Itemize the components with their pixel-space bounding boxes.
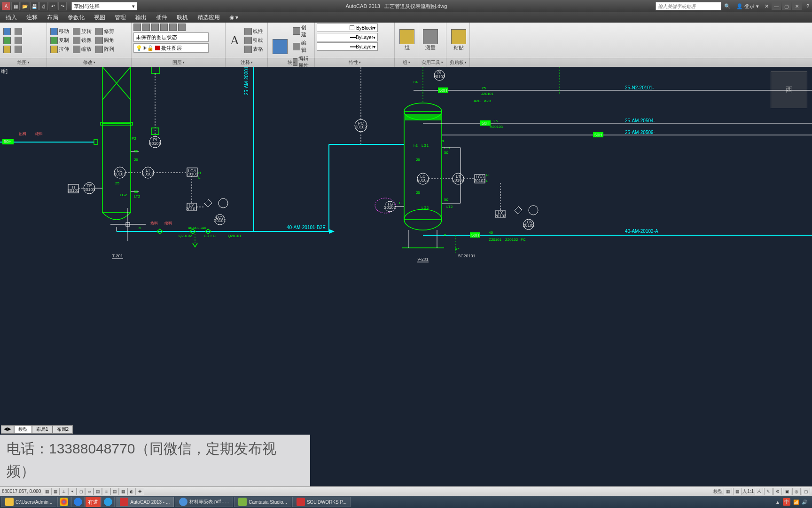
- dim-linear-button[interactable]: 线性: [243, 27, 265, 36]
- create-block-button[interactable]: 创建: [291, 24, 312, 39]
- layer-off-button[interactable]: [160, 24, 168, 31]
- trim-button[interactable]: 修剪: [94, 27, 116, 36]
- tray-icon[interactable]: ▲: [775, 500, 780, 505]
- network-icon[interactable]: 📶: [793, 500, 799, 505]
- rect-button[interactable]: [13, 36, 23, 45]
- osnap-toggle[interactable]: ◻: [77, 488, 85, 495]
- menu-featured[interactable]: 精选应用: [193, 13, 225, 23]
- qat-print[interactable]: ⎙: [39, 2, 48, 10]
- qat-open[interactable]: 📂: [21, 2, 29, 10]
- clean-screen[interactable]: ▢: [802, 488, 810, 495]
- taskbar-baidu[interactable]: [71, 497, 85, 507]
- otrack-toggle[interactable]: ▱: [85, 488, 94, 495]
- ime-icon[interactable]: 中: [783, 498, 790, 506]
- isolate-objects[interactable]: ◎: [792, 488, 801, 495]
- measure-button[interactable]: 测量: [420, 28, 441, 52]
- volume-icon[interactable]: 🔊: [802, 500, 807, 505]
- copy-button[interactable]: 复制: [49, 36, 70, 45]
- panel-label-annotate[interactable]: 注释: [226, 58, 268, 67]
- model-space-label[interactable]: 模型: [713, 488, 723, 495]
- rotate-button[interactable]: 旋转: [71, 27, 93, 36]
- line-button[interactable]: [2, 27, 12, 36]
- fillet-button[interactable]: 圆角: [94, 36, 116, 45]
- qat-save[interactable]: 💾: [30, 2, 39, 10]
- menu-layout[interactable]: 布局: [42, 13, 63, 23]
- panel-label-draw[interactable]: 绘图: [0, 58, 47, 67]
- group-button[interactable]: 组: [397, 28, 417, 52]
- layout1-tab[interactable]: 布局1: [32, 425, 53, 434]
- tpy-toggle[interactable]: ▤: [110, 488, 119, 495]
- taskbar-camtasia[interactable]: Camtasia Studio...: [234, 497, 291, 507]
- taskbar-youdao[interactable]: 有道: [86, 497, 101, 507]
- layout2-tab[interactable]: 布局2: [53, 425, 73, 434]
- app-menu-button[interactable]: A: [2, 2, 10, 10]
- qat-redo[interactable]: ↷: [58, 2, 67, 10]
- taskbar-chrome[interactable]: [57, 497, 70, 507]
- panel-label-util[interactable]: 实用工具: [418, 58, 446, 67]
- layer-iso-button[interactable]: [142, 24, 150, 31]
- taskbar-autocad[interactable]: AutoCAD 2013 - ...: [116, 497, 174, 507]
- close-button[interactable]: ✕: [792, 2, 802, 10]
- stretch-button[interactable]: 拉伸: [49, 45, 70, 54]
- layer-props-button[interactable]: [133, 24, 141, 31]
- menu-online[interactable]: 联机: [172, 13, 193, 23]
- taskbar-ie[interactable]: [102, 497, 115, 507]
- leader-button[interactable]: 引线: [243, 36, 265, 45]
- polar-toggle[interactable]: ✶: [68, 488, 77, 495]
- paste-button[interactable]: 粘贴: [448, 28, 469, 52]
- help-icon[interactable]: ?: [806, 3, 809, 9]
- workspace-switch[interactable]: ⚙: [773, 488, 782, 495]
- dyn-toggle[interactable]: ▤: [94, 488, 102, 495]
- menu-insert[interactable]: 插入: [1, 13, 22, 23]
- model-tab[interactable]: 模型: [14, 425, 32, 434]
- minimize-button[interactable]: —: [772, 2, 781, 10]
- anno-vis-toggle[interactable]: 人: [755, 488, 763, 495]
- snap-toggle[interactable]: ▦: [43, 488, 51, 495]
- am-toggle[interactable]: ✚: [136, 488, 144, 495]
- linetype-dropdown[interactable]: ━━ ByLayer ▾: [317, 42, 378, 51]
- menu-more[interactable]: ◉ ▾: [225, 13, 243, 22]
- panel-label-clip[interactable]: 剪贴板: [446, 58, 470, 67]
- hatch-button[interactable]: [13, 45, 23, 54]
- polyline-button[interactable]: [13, 27, 23, 36]
- signin-button[interactable]: 👤 登录 ▾: [734, 3, 762, 10]
- hardware-accel[interactable]: ▣: [783, 488, 791, 495]
- menu-plugins[interactable]: 插件: [151, 13, 172, 23]
- circle-button[interactable]: [2, 36, 12, 45]
- maximize-button[interactable]: ▢: [782, 2, 791, 10]
- layer-state-dropdown[interactable]: 未保存的图层状态: [133, 32, 209, 42]
- menu-output[interactable]: 输出: [131, 13, 151, 23]
- qat-new[interactable]: ▦: [11, 2, 20, 10]
- layer-freeze-button[interactable]: [151, 24, 159, 31]
- move-button[interactable]: 移动: [49, 27, 70, 36]
- anno-scale[interactable]: 人1:1: [742, 488, 754, 495]
- layout-nav[interactable]: ◀▶: [1, 425, 14, 434]
- insert-block-button[interactable]: [270, 38, 290, 55]
- taskbar-solidworks[interactable]: SOLIDWORKS P...: [292, 497, 351, 507]
- text-button[interactable]: A: [227, 32, 242, 48]
- panel-label-properties[interactable]: 特性: [315, 58, 395, 67]
- layer-lock-button[interactable]: [169, 24, 177, 31]
- layer-match-button[interactable]: [178, 24, 186, 31]
- menu-view[interactable]: 视图: [89, 13, 110, 23]
- color-dropdown[interactable]: ByBlock ▾: [317, 24, 378, 32]
- taskbar-pdf[interactable]: 材料等级表.pdf - ...: [175, 497, 233, 507]
- layer-dropdown[interactable]: 💡 ☀ 🔓 批注图层: [133, 43, 209, 53]
- drawing-canvas[interactable]: 维] 西 .proc { stroke:#0ff; stroke-width:2…: [0, 67, 812, 486]
- qp-toggle[interactable]: ▦: [119, 488, 127, 495]
- arc-button[interactable]: [2, 45, 12, 54]
- workspace-dropdown[interactable]: 草图与注释▾: [71, 2, 137, 10]
- search-icon[interactable]: 🔍: [724, 3, 731, 9]
- quickview-drawings[interactable]: ▦: [733, 488, 742, 495]
- edit-block-button[interactable]: 编辑: [291, 39, 312, 54]
- exchange-icon[interactable]: ✕: [765, 3, 769, 9]
- sc-toggle[interactable]: ◐: [127, 488, 136, 495]
- mirror-button[interactable]: 镜像: [71, 36, 93, 45]
- array-button[interactable]: 阵列: [94, 45, 116, 54]
- qat-undo[interactable]: ↶: [49, 2, 57, 10]
- panel-label-modify[interactable]: 修改: [47, 58, 132, 67]
- menu-parametric[interactable]: 参数化: [63, 13, 89, 23]
- anno-auto-toggle[interactable]: ✎: [764, 488, 773, 495]
- help-search-input[interactable]: [656, 2, 721, 10]
- menu-manage[interactable]: 管理: [110, 13, 131, 23]
